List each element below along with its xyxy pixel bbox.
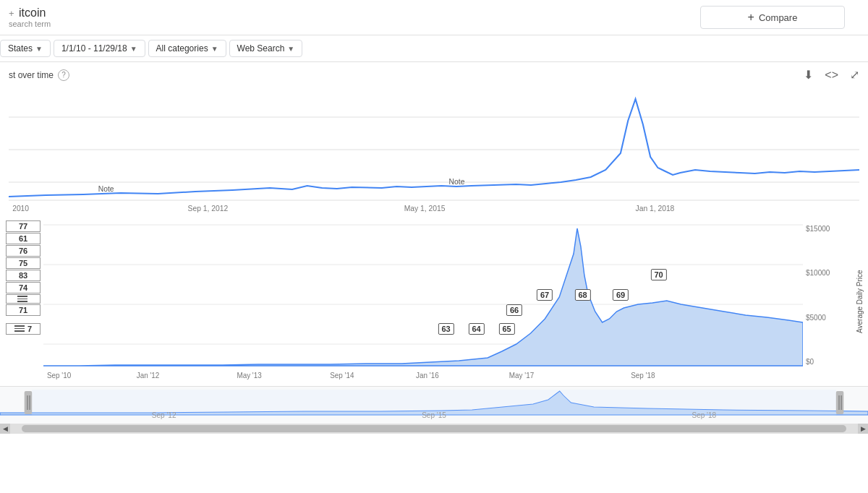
lines-icon [17,296,27,302]
share-icon[interactable]: ⤢ [850,68,859,82]
svg-text:Note: Note [98,185,114,193]
svg-text:Note: Note [449,178,465,186]
location-dropdown-arrow: ▼ [35,45,43,53]
svg-text:Sep '14: Sep '14 [330,372,354,380]
nav-label-sep18: Sep '18 [692,411,717,419]
scroll-right-arrow[interactable]: ▶ [858,424,868,434]
svg-text:Sep '10: Sep '10 [47,372,72,380]
scrollbar-thumb[interactable] [22,425,846,432]
left-panel-item-75: 75 [6,257,41,269]
nav-label-sep15: Sep '15 [422,411,446,419]
svg-text:May 1, 2015: May 1, 2015 [404,205,446,213]
average-daily-price-label: Average Daily Price [856,270,864,334]
category-dropdown-arrow: ▼ [211,45,218,53]
nav-timeline-labels: Sep '12 Sep '15 Sep '18 [0,411,868,419]
download-icon[interactable]: ⬇ [804,68,813,82]
nav-bar: Sep '12 Sep '15 Sep '18 [0,386,868,424]
scroll-left-arrow[interactable]: ◀ [0,424,10,434]
svg-text:Sep 1, 2012: Sep 1, 2012 [188,205,229,213]
svg-text:2010: 2010 [12,205,29,213]
left-panel-separator [6,294,41,304]
svg-text:May '17: May '17 [509,372,535,380]
left-panel-item-7: 7 [6,323,41,335]
date-label: 1/1/10 - 11/29/18 [61,43,127,53]
price-y-10000: $10000 [806,269,851,277]
date-filter[interactable]: 1/1/10 - 11/29/18 ▼ [54,40,145,57]
price-svg: Sep '10 Jan '12 May '13 Sep '14 Jan '16 … [43,218,803,384]
price-y-axis: $15000 $10000 $5000 $0 [803,218,854,386]
embed-icon[interactable]: <> [825,69,838,82]
trends-line-chart: Note Note 2010 Sep 1, 2012 May 1, 2015 J… [9,85,859,215]
lines-icon-2 [14,325,25,332]
location-filter[interactable]: States ▼ [0,40,51,57]
plus-icon: + [748,11,754,24]
price-chart-section: 77 61 76 75 83 74 71 7 [0,218,868,386]
search-term-block: + itcoin search term [9,7,153,28]
price-chart-content: Sep '10 Jan '12 May '13 Sep '14 Jan '16 … [43,218,803,386]
compare-label: Compare [759,12,797,23]
left-panel-item-77: 77 [6,220,41,232]
top-bar: + itcoin search term + Compare [0,0,868,35]
svg-text:Jan '12: Jan '12 [137,372,160,380]
search-type-filter[interactable]: Web Search ▼ [229,40,303,57]
search-type-dropdown-arrow: ▼ [287,45,294,53]
search-term-text: itcoin [19,7,46,19]
filters-bar: States ▼ 1/1/10 - 11/29/18 ▼ All categor… [0,35,868,62]
left-panel-item-83: 83 [6,270,41,281]
category-filter[interactable]: All categories ▼ [148,40,226,57]
chart-title-area: st over time ? [9,69,69,81]
location-label: States [8,43,33,53]
left-panel: 77 61 76 75 83 74 71 7 [0,218,43,386]
svg-text:Jan 1, 2018: Jan 1, 2018 [636,205,675,213]
scrollbar[interactable]: ◀ ▶ [0,424,868,434]
svg-text:Jan '16: Jan '16 [416,372,439,380]
nav-label-sep12: Sep '12 [152,411,176,419]
search-term-title: + itcoin [9,7,153,20]
date-dropdown-arrow: ▼ [130,45,137,53]
compare-button[interactable]: + Compare [700,6,845,29]
trends-chart-section: st over time ? ⬇ <> ⤢ Note Note 2010 Sep… [0,62,868,218]
help-icon[interactable]: ? [58,69,69,81]
price-y-0: $0 [806,358,851,366]
chart-title: st over time [9,70,54,80]
left-panel-item-71: 71 [6,304,41,316]
search-term-prefix: + [9,8,14,19]
left-panel-item-76: 76 [6,245,41,257]
category-label: All categories [156,43,208,53]
search-type-filter-label: Web Search [237,43,285,53]
price-y-5000: $5000 [806,314,851,322]
price-y-15000: $15000 [806,225,851,233]
chart-actions: ⬇ <> ⤢ [804,68,859,82]
svg-text:Sep '18: Sep '18 [631,372,655,380]
left-panel-item-61: 61 [6,233,41,244]
chart-header: st over time ? ⬇ <> ⤢ [9,68,859,82]
svg-text:May '13: May '13 [237,372,262,380]
right-axis-label: Average Daily Price [854,218,865,386]
trends-svg: Note Note 2010 Sep 1, 2012 May 1, 2015 J… [9,85,859,215]
left-panel-item-74: 74 [6,282,41,293]
search-type-label: search term [9,20,153,28]
